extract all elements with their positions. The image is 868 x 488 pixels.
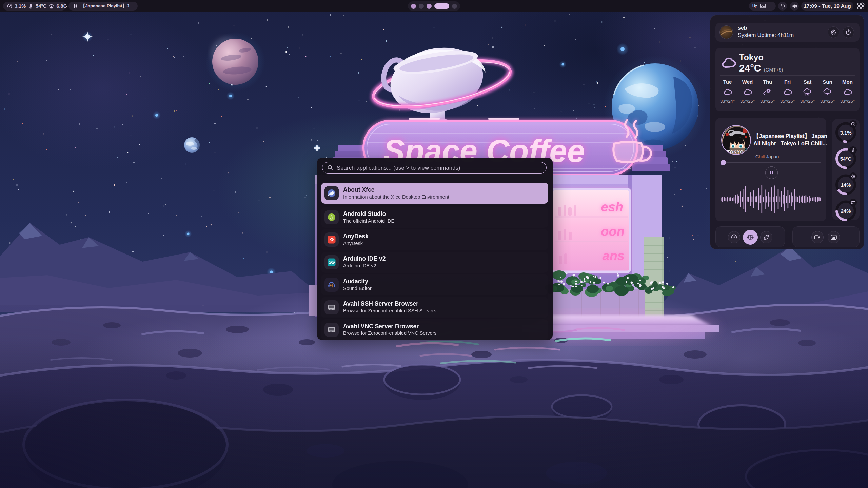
svg-text:esh: esh	[601, 200, 623, 214]
svg-text:ans: ans	[603, 249, 625, 263]
svg-text:oon: oon	[601, 224, 625, 239]
